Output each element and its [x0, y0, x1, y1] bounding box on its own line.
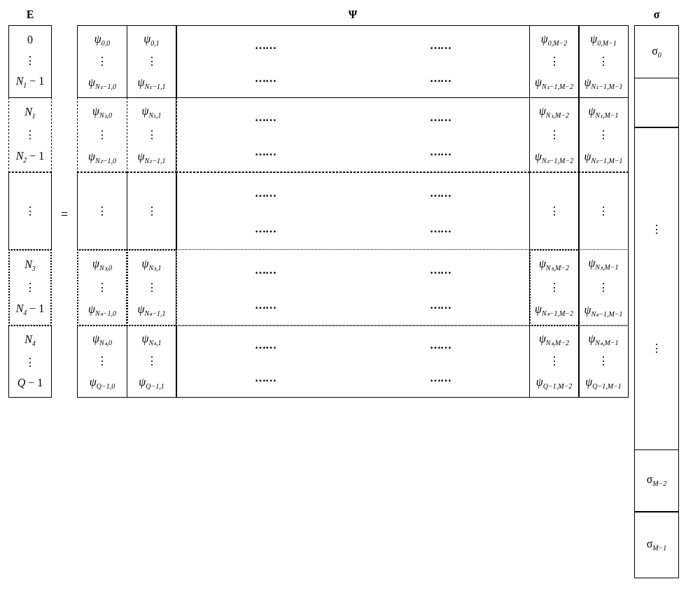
psi-cell-vdots: [529, 172, 580, 250]
vdots-icon: [549, 281, 560, 294]
psi-cell: ψ0,M−1 ψN₁−1,M−1: [578, 25, 629, 98]
psi-row-1: ψN₁,0 ψN₂−1,0 ψN₁,1 ψN₂−1,1 ………… ………… ψN…: [77, 97, 629, 173]
psi-cell: ψ0,M−2 ψN₁−1,M−2: [529, 25, 580, 98]
vdots-icon: [97, 128, 108, 141]
psi-row-0: ψ0,0 ψN₁−1,0 ψ0,1 ψN₁−1,1 ………… ………… ψ0,M…: [77, 25, 629, 98]
psi-cell: ψN₄,M−2 ψQ−1,M−2: [529, 325, 580, 398]
vector-E: 0 N1 − 1 N1 N2 − 1 N3 N4 − 1 N4 Q − 1: [8, 25, 52, 398]
psi-cell-hdots: ………… …………: [176, 25, 530, 98]
psi-row-3: ψN₃,0 ψN₄−1,0 ψN₃,1 ψN₄−1,1 ………… ………… ψN…: [77, 249, 629, 326]
psi-cell: ψN₃,M−1 ψN₄−1,M−1: [578, 249, 629, 326]
vector-sigma: σ0 σM−2 σM−1: [634, 25, 679, 578]
psi-row-vdots: ………… …………: [77, 172, 629, 250]
psi-cell: ψN₁,M−1 ψN₂−1,M−1: [578, 97, 629, 173]
vdots-icon: [651, 223, 662, 236]
vdots-icon: [146, 128, 158, 141]
sigma-block-M-1: σM−1: [634, 511, 679, 578]
psi-cell-hdots: ………… …………: [176, 249, 530, 326]
vdots-icon: [598, 354, 609, 368]
vdots-icon: [24, 128, 36, 141]
psi-cell: ψN₁,1 ψN₂−1,1: [127, 97, 177, 173]
matrix-Psi: ψ0,0 ψN₁−1,0 ψ0,1 ψN₁−1,1 ………… ………… ψ0,M…: [77, 25, 629, 398]
vdots-icon: [549, 128, 560, 141]
vdots-icon: [549, 204, 560, 218]
header-sigma: σ: [634, 8, 679, 21]
vdots-icon: [598, 204, 609, 218]
vdots-icon: [24, 54, 36, 67]
sigma-block-1: [634, 78, 679, 128]
vdots-icon: [24, 356, 36, 369]
vdots-icon: [146, 204, 158, 218]
E-block-3: N3 N4 − 1: [8, 249, 52, 326]
E-block-1-bot: N2 − 1: [16, 150, 45, 164]
vdots-icon: [549, 354, 560, 368]
psi-cell: ψN₁,0 ψN₂−1,0: [77, 97, 127, 173]
E-block-4: N4 Q − 1: [8, 325, 52, 398]
psi-cell: ψN₄,1 ψQ−1,1: [127, 325, 177, 398]
psi-cell-hdots: ………… …………: [176, 97, 530, 173]
psi-cell: ψN₃,1 ψN₄−1,1: [127, 249, 177, 326]
psi-cell: ψN₄,0 ψQ−1,0: [77, 325, 127, 398]
sigma-block-M-2: σM−2: [634, 449, 679, 512]
sigma-block-vdots: [634, 127, 679, 450]
vdots-icon: [97, 354, 108, 368]
psi-cell-hdots: ………… …………: [176, 172, 530, 250]
vdots-icon: [598, 128, 609, 141]
E-block-1-top: N1: [24, 106, 36, 120]
psi-cell-vdots: [127, 172, 177, 250]
header-Psi: Ψ: [77, 8, 629, 21]
psi-cell: ψ0,0 ψN₁−1,0: [77, 25, 127, 98]
psi-cell-hdots: ………… …………: [176, 325, 530, 398]
vdots-icon: [146, 354, 158, 368]
sigma-block-0: σ0: [634, 25, 679, 78]
E-block-3-bot: N4 − 1: [16, 302, 45, 316]
psi-cell: ψN₃,0 ψN₄−1,0: [77, 249, 127, 326]
equals-sign: =: [57, 25, 71, 222]
vdots-icon: [97, 55, 108, 68]
vdots-icon: [549, 55, 560, 68]
psi-cell-vdots: [578, 172, 629, 250]
matrix-equation: 0 N1 − 1 N1 N2 − 1 N3 N4 − 1 N4 Q − 1 =: [8, 25, 692, 578]
vdots-icon: [146, 55, 158, 68]
psi-cell: ψN₄,M−1 ψQ−1,M−1: [578, 325, 629, 398]
vdots-icon: [97, 281, 108, 294]
E-block-0-top: 0: [27, 34, 33, 46]
E-block-1: N1 N2 − 1: [8, 97, 52, 173]
psi-row-4: ψN₄,0 ψQ−1,0 ψN₄,1 ψQ−1,1 ………… ………… ψN₄,…: [77, 325, 629, 398]
psi-cell: ψN₃,M−2 ψN₄−1,M−2: [529, 249, 580, 326]
header-row: E Ψ σ: [8, 8, 692, 21]
E-block-4-bot: Q − 1: [18, 377, 43, 389]
psi-cell: ψN₁,M−2 ψN₂−1,M−2: [529, 97, 580, 173]
E-block-4-top: N4: [24, 333, 36, 347]
E-block-vdots: [8, 172, 52, 250]
psi-cell: ψ0,1 ψN₁−1,1: [127, 25, 177, 98]
vdots-icon: [598, 281, 609, 294]
psi-cell-vdots: [77, 172, 127, 250]
E-block-0-bot: N1 − 1: [16, 75, 45, 89]
vdots-icon: [146, 281, 158, 294]
E-block-3-top: N3: [24, 258, 36, 272]
vdots-icon: [97, 204, 108, 218]
vdots-icon: [651, 342, 662, 355]
vdots-icon: [24, 281, 36, 294]
vdots-icon: [598, 55, 609, 68]
header-E: E: [8, 8, 52, 21]
E-block-0: 0 N1 − 1: [8, 25, 52, 98]
vdots-icon: [24, 204, 36, 218]
